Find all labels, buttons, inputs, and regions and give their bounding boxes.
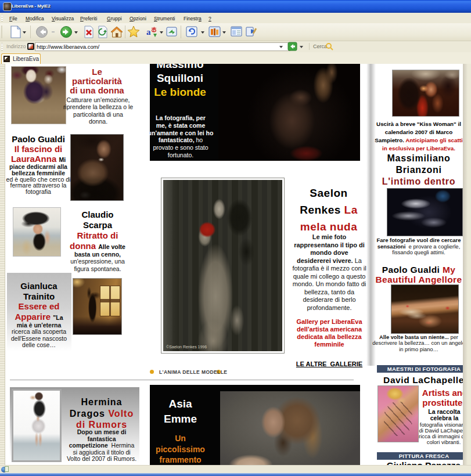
svg-text:a: a (146, 27, 151, 37)
